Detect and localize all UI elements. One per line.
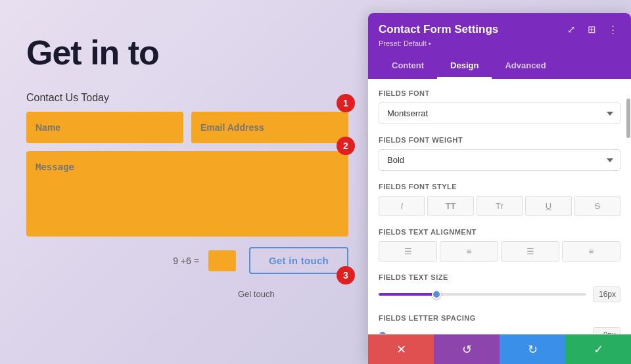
name-input[interactable] [26,112,183,143]
more-icon-button[interactable]: ⋮ [605,22,620,37]
submit-button[interactable]: Get in touch [249,247,348,274]
step-badge-3: 3 [337,266,355,284]
text-align-buttons: ☰ ≡ ☰ ≡ [379,241,620,262]
fields-letter-spacing-group: Fields Letter Spacing 0px [379,314,620,334]
align-center-button[interactable]: ≡ [440,241,498,262]
panel-header-top: Contact Form Settings ⤢ ⊞ ⋮ [379,22,620,37]
font-style-buttons: I TT Tr U S [379,196,620,216]
redo-icon: ↻ [528,342,538,357]
strikethrough-button[interactable]: S [574,196,620,216]
cancel-button[interactable]: ✕ [368,334,434,364]
fields-text-size-label: Fields Text Size [379,273,620,281]
panel-title: Contact Form Settings [379,23,498,36]
fields-font-style-group: Fields Font Style I TT Tr U S [379,183,620,216]
contact-section: Contact Us Today 9 +6 = Get in touch [26,92,348,274]
panel-tabs: Content Design Advanced [379,54,620,79]
tab-design[interactable]: Design [437,54,492,79]
confirm-button[interactable]: ✓ [565,334,631,364]
slider-fill [379,293,436,296]
italic-button[interactable]: I [379,196,425,216]
captcha-text: 9 +6 = [173,256,199,266]
panel-footer: ✕ ↺ ↻ ✓ [368,334,631,364]
panel-header-icons: ⤢ ⊞ ⋮ [565,22,620,37]
page-title: Get in to [26,33,159,72]
settings-panel: Contact Form Settings ⤢ ⊞ ⋮ Preset: Defa… [368,13,631,364]
undo-button[interactable]: ↺ [434,334,500,364]
fields-font-label: Fields Font [379,89,620,97]
slider-track [379,293,586,296]
expand-icon: ⤢ [567,24,576,35]
underline-button[interactable]: U [525,196,571,216]
form-name-email-row [26,112,348,143]
fields-font-style-label: Fields Font Style [379,183,620,191]
contact-label: Contact Us Today [26,92,348,104]
align-justify-button[interactable]: ≡ [562,241,620,262]
letter-spacing-slider-row: 0px [379,327,620,334]
uppercase-button[interactable]: TT [427,196,473,216]
fields-text-align-label: Fields Text Alignment [379,228,620,236]
more-icon: ⋮ [608,24,618,35]
fields-font-select[interactable]: Montserrat [379,102,620,124]
align-left-button[interactable]: ☰ [379,241,437,262]
slider-thumb[interactable] [432,290,441,299]
letter-spacing-thumb[interactable] [378,330,387,334]
cancel-icon: ✕ [396,342,406,357]
email-input[interactable] [191,112,348,143]
confirm-icon: ✓ [594,342,603,357]
expand-icon-button[interactable]: ⤢ [565,22,578,37]
capitalize-button[interactable]: Tr [477,196,523,216]
fields-font-weight-select[interactable]: Bold [379,149,620,171]
step-badge-2: 2 [337,137,355,155]
step-badge-1: 1 [337,94,355,112]
fields-font-weight-label: Fields Font Weight [379,136,620,144]
panel-header: Contact Form Settings ⤢ ⊞ ⋮ Preset: Defa… [368,13,631,79]
panel-preset: Preset: Default • [379,39,620,47]
grid-icon: ⊞ [588,24,596,35]
message-textarea[interactable] [26,151,348,237]
tab-content[interactable]: Content [379,54,437,79]
letter-spacing-value: 0px [593,327,620,334]
text-size-slider-row: 16px [379,286,620,302]
undo-icon: ↺ [462,342,472,357]
text-size-value: 16px [593,286,620,302]
captcha-box [208,250,236,271]
panel-body: Fields Font Montserrat Fields Font Weigh… [368,79,631,334]
fields-font-group: Fields Font Montserrat [379,89,620,124]
redo-button[interactable]: ↻ [500,334,565,364]
grid-icon-button[interactable]: ⊞ [585,22,599,37]
align-right-button[interactable]: ☰ [501,241,559,262]
fields-letter-spacing-label: Fields Letter Spacing [379,314,620,322]
tab-advanced[interactable]: Advanced [492,54,559,79]
scroll-indicator [626,99,630,138]
fields-text-align-group: Fields Text Alignment ☰ ≡ ☰ ≡ [379,228,620,262]
form-footer: 9 +6 = Get in touch [26,247,348,274]
fields-text-size-group: Fields Text Size 16px [379,273,620,302]
fields-font-weight-group: Fields Font Weight Bold [379,136,620,171]
gel-touch-label: Gel touch [238,289,275,299]
text-size-slider[interactable] [379,293,586,296]
